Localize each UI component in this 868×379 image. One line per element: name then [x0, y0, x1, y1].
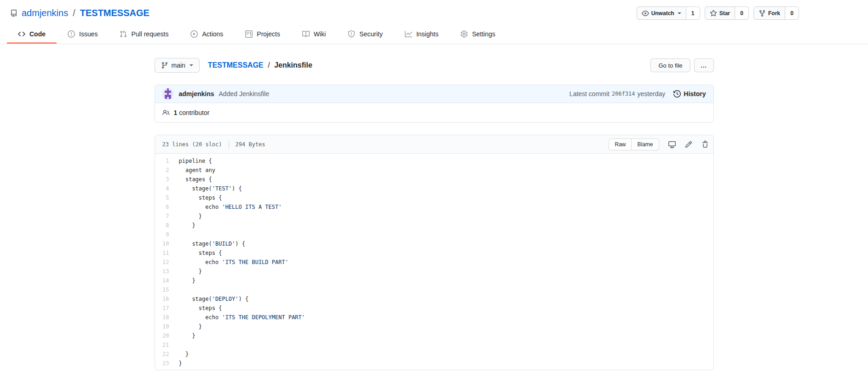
- code-text: stages {: [179, 175, 212, 184]
- code-text: stage('TEST') {: [179, 184, 242, 193]
- line-number[interactable]: 9: [155, 230, 179, 239]
- line-number[interactable]: 5: [155, 193, 179, 202]
- line-number[interactable]: 6: [155, 202, 179, 212]
- divider: [229, 140, 229, 149]
- star-button[interactable]: Star: [705, 6, 735, 20]
- history-icon: [673, 90, 681, 98]
- line-number[interactable]: 10: [155, 239, 179, 248]
- code-text: echo 'ITS THE DEPOLYMENT PART': [179, 313, 305, 322]
- fork-count[interactable]: 0: [785, 6, 799, 20]
- code-text: }: [179, 331, 195, 340]
- line-number[interactable]: 22: [155, 350, 179, 359]
- code-line: 7 }: [155, 212, 709, 221]
- watch-count[interactable]: 1: [686, 6, 700, 20]
- line-number[interactable]: 15: [155, 285, 179, 294]
- breadcrumb-repo-link[interactable]: TESTMESSAGE: [208, 61, 264, 69]
- graph-icon: [405, 30, 412, 38]
- repo-forked-icon: [759, 10, 766, 17]
- tab-label: Wiki: [314, 30, 326, 38]
- commit-sha-link[interactable]: 206f314: [612, 91, 635, 97]
- tab-actions[interactable]: Actions: [179, 24, 234, 44]
- code-line: 16 stage('DEPLOY') {: [155, 294, 709, 304]
- line-number[interactable]: 19: [155, 322, 179, 331]
- play-icon: [190, 30, 198, 38]
- issue-opened-icon: [68, 30, 75, 38]
- contributor-count-text: 1 contributor: [174, 109, 210, 116]
- line-number[interactable]: 4: [155, 184, 179, 193]
- code-line: 1pipeline {: [155, 156, 709, 166]
- watch-control: Unwatch 1: [637, 6, 700, 20]
- fork-button[interactable]: Fork: [753, 6, 785, 20]
- code-text: echo 'HELLO ITS A TEST': [179, 202, 282, 212]
- line-number[interactable]: 12: [155, 258, 179, 267]
- line-number[interactable]: 23: [155, 359, 179, 368]
- fork-label: Fork: [768, 10, 780, 17]
- line-number[interactable]: 14: [155, 276, 179, 285]
- code-text: steps {: [179, 248, 222, 258]
- unwatch-button[interactable]: Unwatch: [637, 6, 686, 20]
- tab-label: Actions: [202, 30, 223, 38]
- delete-file-button[interactable]: [701, 141, 709, 148]
- tab-security[interactable]: Security: [337, 24, 394, 44]
- file-view-container: main TESTMESSAGE / Jenkinsfile Go to fil…: [155, 58, 714, 370]
- git-pull-request-icon: [120, 30, 127, 38]
- commit-box: admjenkins Added Jenkinsfile Latest comm…: [155, 85, 714, 123]
- project-icon: [245, 30, 253, 38]
- line-number[interactable]: 3: [155, 175, 179, 184]
- raw-button[interactable]: Raw: [609, 138, 632, 150]
- code-line: 5 steps {: [155, 193, 709, 202]
- commit-message-link[interactable]: Added Jenkinsfile: [219, 90, 270, 98]
- line-number[interactable]: 11: [155, 248, 179, 258]
- edit-file-button[interactable]: [685, 141, 692, 148]
- contributors-row[interactable]: 1 contributor: [155, 103, 713, 122]
- repo-name-link[interactable]: TESTMESSAGE: [80, 8, 149, 18]
- code-line: 12 echo 'ITS THE BUILD PART': [155, 258, 709, 267]
- branch-selector[interactable]: main: [155, 58, 200, 73]
- caret-down-icon: [678, 12, 681, 16]
- latest-commit-info: Latest commit 206f314 yesterday: [569, 90, 665, 98]
- tab-projects[interactable]: Projects: [234, 24, 291, 44]
- star-label: Star: [719, 10, 730, 17]
- avatar[interactable]: [162, 88, 173, 99]
- line-number[interactable]: 8: [155, 221, 179, 230]
- line-number[interactable]: 18: [155, 313, 179, 322]
- go-to-file-button[interactable]: Go to file: [650, 58, 690, 72]
- tab-settings[interactable]: Settings: [449, 24, 506, 44]
- shield-icon: [348, 30, 355, 38]
- code-line: 18 echo 'ITS THE DEPOLYMENT PART': [155, 313, 709, 322]
- line-number[interactable]: 21: [155, 340, 179, 350]
- line-number[interactable]: 20: [155, 331, 179, 340]
- line-number[interactable]: 13: [155, 267, 179, 276]
- code-text: }: [179, 212, 202, 221]
- tab-wiki[interactable]: Wiki: [291, 24, 337, 44]
- tab-insights[interactable]: Insights: [394, 24, 449, 44]
- tab-code[interactable]: Code: [7, 24, 57, 44]
- code-line: 22 }: [155, 350, 709, 359]
- tab-pull-requests[interactable]: Pull requests: [109, 24, 179, 44]
- code-text: echo 'ITS THE BUILD PART': [179, 258, 288, 267]
- device-desktop-icon: [668, 141, 676, 148]
- star-count[interactable]: 0: [735, 6, 749, 20]
- commit-author-link[interactable]: admjenkins: [179, 90, 214, 98]
- device-desktop-button[interactable]: [668, 141, 676, 148]
- line-number[interactable]: 16: [155, 294, 179, 304]
- line-number[interactable]: 1: [155, 156, 179, 166]
- line-number[interactable]: 17: [155, 304, 179, 313]
- trash-icon: [701, 141, 709, 148]
- code-line: 8 }: [155, 221, 709, 230]
- line-number[interactable]: 7: [155, 212, 179, 221]
- repo-owner-link[interactable]: admjenkins: [22, 8, 68, 18]
- tab-issues[interactable]: Issues: [57, 24, 109, 44]
- blame-button[interactable]: Blame: [632, 138, 659, 150]
- tab-label: Insights: [416, 30, 438, 38]
- history-label: History: [684, 90, 706, 98]
- more-options-button[interactable]: …: [694, 58, 714, 72]
- tab-label: Pull requests: [131, 30, 168, 38]
- code-line: 21: [155, 340, 709, 350]
- caret-down-icon: [190, 64, 193, 68]
- code-text: stage('BUILD') {: [179, 239, 246, 248]
- git-branch-icon: [161, 62, 168, 69]
- history-link[interactable]: History: [673, 90, 706, 98]
- line-number[interactable]: 2: [155, 166, 179, 175]
- file-box: 23 lines (20 sloc) 294 Bytes Raw Blame: [155, 135, 714, 370]
